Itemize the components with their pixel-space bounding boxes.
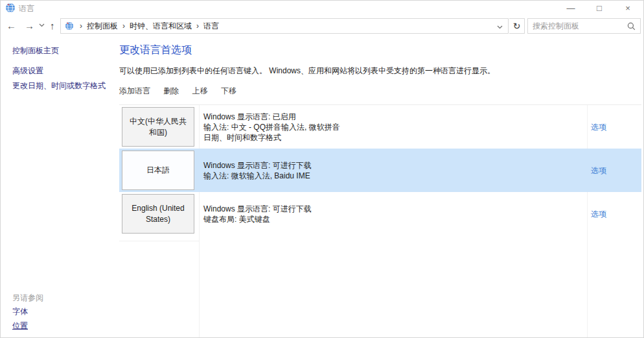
language-details: Windows 显示语言: 已启用输入法: 中文 - QQ拼音输入法, 微软拼音… [203,112,340,143]
add-language-button[interactable]: 添加语言 [119,86,150,97]
search-icon[interactable] [627,22,636,30]
sidebar-item-fonts[interactable]: 字体 [12,306,28,317]
recent-pages-dropdown-icon[interactable] [39,23,45,27]
sidebar-item-change-date-time-formats[interactable]: 更改日期、时间或数字格式 [12,80,106,91]
language-details: Windows 显示语言: 可进行下载键盘布局: 美式键盘 [203,204,312,224]
language-globe-icon [5,3,16,13]
breadcrumb-item-language[interactable]: 语言 [203,21,219,32]
language-detail-line: 日期、时间和数字格式 [203,132,340,143]
language-detail-line: Windows 显示语言: 已启用 [203,112,340,122]
sidebar-item-control-panel-home[interactable]: 控制面板主页 [12,45,59,56]
language-detail-line: 键盘布局: 美式键盘 [203,214,312,224]
language-list-toolbar: 添加语言 删除 上移 下移 [119,86,247,97]
move-down-button[interactable]: 下移 [221,86,236,97]
maximize-button[interactable]: □ [585,1,614,15]
search-input[interactable] [528,19,628,33]
language-options-link[interactable]: 选项 [591,208,606,219]
language-detail-line: Windows 显示语言: 可进行下载 [203,160,312,171]
breadcrumb-item-control-panel[interactable]: 控制面板 [87,21,118,32]
search-box [527,18,641,34]
breadcrumb-separator: › [80,21,82,30]
language-options-link[interactable]: 选项 [591,121,606,132]
move-up-button[interactable]: 上移 [192,86,208,97]
language-list: 中文(中华人民共和国) Windows 显示语言: 已启用输入法: 中文 - Q… [119,104,641,338]
sidebar-item-location[interactable]: 位置 [12,320,28,332]
language-detail-line: 输入法: 中文 - QQ拼音输入法, 微软拼音 [203,122,340,132]
forward-button[interactable]: → [25,19,34,33]
breadcrumb-item-clock-language-region[interactable]: 时钟、语言和区域 [130,21,192,32]
language-details: Windows 显示语言: 可进行下载输入法: 微软输入法, Baidu IME [203,160,312,181]
language-control-panel-window: { "colors": { "heading_blue": "#2d55c8",… [0,0,644,338]
sidebar-item-advanced-settings[interactable]: 高级设置 [12,66,43,77]
page-description: 可以使用已添加到列表中的任何语言键入。 Windows、应用和网站将以列表中受支… [119,66,495,77]
language-tile[interactable]: English (United States) [122,194,194,234]
up-button[interactable]: ↑ [50,19,55,33]
minimize-button[interactable]: — [557,1,585,15]
language-tile[interactable]: 日本語 [122,151,194,190]
language-row[interactable]: 中文(中华人民共和国) Windows 显示语言: 已启用输入法: 中文 - Q… [119,105,641,149]
window-controls: — □ × [557,1,642,15]
close-button[interactable]: × [614,1,642,15]
back-button[interactable]: ← [6,19,16,33]
navigation-bar: ← → ↑ › 控制面板 › 时钟、语言和区域 › 语言 ↻ [1,15,643,37]
language-detail-line: Windows 显示语言: 可进行下载 [203,204,312,214]
refresh-button[interactable]: ↻ [509,18,525,34]
language-detail-line: 输入法: 微软输入法, Baidu IME [203,171,312,181]
breadcrumb-page-icon [65,21,74,30]
address-bar[interactable]: › 控制面板 › 时钟、语言和区域 › 语言 [60,18,509,34]
language-row[interactable]: 日本語 Windows 显示语言: 可进行下载输入法: 微软输入法, Baidu… [119,149,641,192]
breadcrumb-separator: › [196,21,199,30]
title-bar: 语言 — □ × [1,1,643,15]
page-title: 更改语言首选项 [119,43,192,57]
window-title: 语言 [19,3,34,14]
see-also-header: 另请参阅 [12,293,43,304]
list-row-divider [119,241,199,241]
language-tile[interactable]: 中文(中华人民共和国) [122,107,194,147]
language-options-link[interactable]: 选项 [591,165,606,176]
address-dropdown-icon[interactable] [497,25,503,29]
language-row[interactable]: English (United States) Windows 显示语言: 可进… [119,192,641,235]
breadcrumb-separator: › [122,21,125,30]
remove-language-button[interactable]: 删除 [163,86,179,97]
